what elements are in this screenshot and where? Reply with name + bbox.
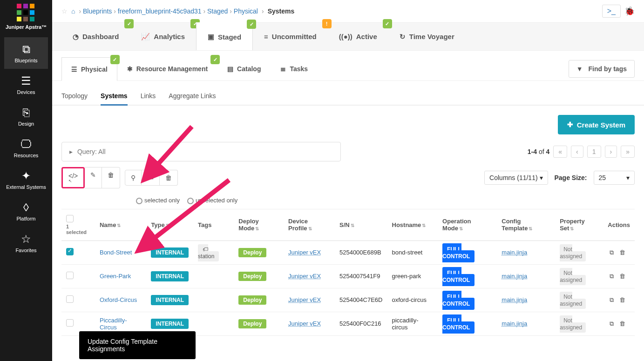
sidebar-item-blueprints[interactable]: ⧉Blueprints — [4, 37, 48, 69]
terminal-button[interactable]: >_ — [602, 5, 621, 18]
delete-row-button[interactable]: 🗑 — [617, 296, 627, 303]
tab-time-voyager[interactable]: ↻Time Voyager — [388, 23, 466, 50]
pagesize-selector[interactable]: 25 ▾ — [594, 171, 635, 185]
config-template-link[interactable]: main.jinja — [502, 320, 527, 327]
sort-icon[interactable]: ⇅ — [308, 226, 312, 231]
sidebar-item-design[interactable]: ⎘Design — [4, 100, 48, 132]
col-config-template[interactable]: Config Template⇅ — [497, 209, 555, 241]
nav-label: Devices — [17, 89, 35, 95]
tab-analytics[interactable]: ✓📈Analytics — [130, 23, 196, 50]
property-set-badge: Not assigned — [560, 292, 586, 309]
selected-count: 1 selected — [66, 224, 90, 235]
subtab-catalog[interactable]: ▤Catalog — [217, 57, 271, 80]
table-row: Green-ParkINTERNALDeployJuniper vEX52540… — [61, 264, 635, 288]
sidebar-item-external-systems[interactable]: ✦External Systems — [4, 164, 48, 195]
delete-button[interactable]: 🗑 — [102, 167, 120, 188]
edit-icon: ✎ — [90, 171, 96, 179]
sort-icon[interactable]: ⇅ — [459, 226, 463, 231]
content: ✚ Create System ▸ Query: All 1-4 of 4 « … — [52, 106, 644, 361]
create-system-button[interactable]: ✚ Create System — [558, 115, 635, 134]
pager-prev[interactable]: ‹ — [571, 146, 583, 158]
sort-icon[interactable]: ⇅ — [422, 223, 426, 228]
tertab-aggregate-links[interactable]: Aggregate Links — [169, 87, 216, 105]
assign-device-button[interactable]: ⚲ — [125, 170, 142, 186]
subtab-physical[interactable]: ✓☰Physical — [61, 57, 117, 81]
breadcrumb-link[interactable]: Staged — [207, 7, 228, 15]
columns-selector[interactable]: Columns (11/11) ▾ — [484, 171, 548, 185]
col-actions[interactable]: Actions — [603, 209, 635, 241]
plug-icon: ⚲ — [131, 174, 136, 181]
tab-dashboard[interactable]: ✓◔Dashboard — [61, 23, 130, 50]
delete-row-button[interactable]: 🗑 — [617, 320, 627, 327]
col-hostname[interactable]: Hostname⇅ — [387, 209, 438, 241]
clone-button[interactable]: ⧉ — [608, 296, 616, 303]
delete-row-button[interactable]: 🗑 — [617, 273, 627, 280]
sort-icon[interactable]: ⇅ — [117, 223, 121, 228]
find-by-tags-button[interactable]: ▼ Find by tags — [569, 60, 635, 78]
clone-button[interactable]: ⧉ — [608, 273, 616, 280]
query-expand[interactable]: ▸ Query: All — [61, 142, 341, 161]
edit-button[interactable]: ✎ — [85, 167, 102, 188]
opmode-badge: FULL CONTROL — [442, 314, 475, 334]
pagesize-label: Page Size: — [555, 174, 587, 181]
sidebar-item-devices[interactable]: ☰Devices — [4, 69, 48, 100]
subtab-tasks[interactable]: ≣Tasks — [271, 57, 318, 80]
home-icon[interactable]: ⌂ — [71, 7, 75, 15]
sort-icon[interactable]: ⇅ — [255, 226, 259, 231]
clone-button[interactable]: ⧉ — [608, 320, 616, 327]
tertab-systems[interactable]: Systems — [101, 87, 128, 106]
device-profile-link[interactable]: Juniper vEX — [288, 249, 321, 256]
tertiary-tabs: TopologySystemsLinksAggregate Links — [52, 81, 644, 106]
pager-cur[interactable]: 1 — [587, 146, 601, 158]
device-profile-link[interactable]: Juniper vEX — [288, 273, 321, 280]
bug-icon[interactable]: 🐞 — [624, 6, 635, 16]
config-template-link[interactable]: main.jinja — [502, 249, 527, 256]
pager-first[interactable]: « — [553, 146, 567, 158]
row-checkbox[interactable] — [66, 248, 74, 255]
tab-uncommitted[interactable]: !≡Uncommitted — [253, 23, 328, 50]
sub-tabs: ✓☰Physical✓✱Resource Management▤Catalog≣… — [52, 51, 644, 81]
sidebar-item-favorites[interactable]: ☆Favorites — [4, 227, 48, 259]
row-checkbox[interactable] — [66, 272, 74, 279]
delete-row-button[interactable]: 🗑 — [617, 249, 627, 256]
favorite-star-icon[interactable]: ☆ — [61, 7, 68, 15]
breadcrumb-link[interactable]: Blueprints — [83, 7, 112, 15]
breadcrumb: ☆ ⌂ › Blueprints › freeform_blueprint-45… — [52, 0, 644, 22]
row-checkbox[interactable] — [66, 319, 74, 327]
sort-icon[interactable]: ⇅ — [351, 223, 354, 228]
property-set-badge: Not assigned — [560, 268, 586, 285]
tertab-topology[interactable]: Topology — [61, 87, 88, 105]
col-s-n[interactable]: S/N⇅ — [335, 209, 387, 241]
system-name-link[interactable]: Piccadilly-Circus — [100, 317, 127, 331]
breadcrumb-link[interactable]: freeform_blueprint-45c9ad31 — [118, 7, 202, 15]
config-template-link[interactable]: main.jinja — [502, 296, 527, 303]
table-row: Oxford-CircusINTERNALDeployJuniper vEX52… — [61, 288, 635, 312]
col-operation-mode[interactable]: Operation Mode⇅ — [438, 209, 497, 241]
row-checkbox[interactable] — [66, 295, 74, 303]
device-profile-link[interactable]: Juniper vEX — [288, 320, 321, 327]
col-name[interactable]: Name⇅ — [95, 209, 146, 241]
tertab-links[interactable]: Links — [141, 87, 156, 105]
config-template-link[interactable]: main.jinja — [502, 273, 527, 280]
breadcrumb-link[interactable]: Physical — [234, 7, 258, 15]
sort-icon[interactable]: ⇅ — [570, 226, 574, 231]
pager-last[interactable]: » — [621, 146, 635, 158]
col-property-set[interactable]: Property Set⇅ — [555, 209, 603, 241]
update-config-template-button[interactable]: </> ↖ — [61, 167, 85, 188]
device-profile-link[interactable]: Juniper vEX — [288, 296, 321, 303]
system-name-link[interactable]: Green-Park — [100, 273, 131, 280]
sidebar-item-platform[interactable]: ◊Platform — [4, 195, 48, 227]
col-deploy-mode[interactable]: Deploy Mode⇅ — [234, 209, 284, 241]
subtab-resource-management[interactable]: ✓✱Resource Management — [117, 57, 217, 80]
system-name-link[interactable]: Bond-Street — [100, 249, 132, 256]
pager-next[interactable]: › — [605, 146, 617, 158]
select-all-checkbox[interactable] — [66, 215, 74, 222]
tab-active[interactable]: ✓((●))Active — [328, 23, 388, 50]
sidebar-item-resources[interactable]: 🖵Resources — [4, 132, 48, 164]
tab-label: Time Voyager — [409, 33, 454, 40]
clone-button[interactable]: ⧉ — [608, 249, 616, 256]
sort-icon[interactable]: ⇅ — [529, 226, 532, 231]
system-name-link[interactable]: Oxford-Circus — [100, 296, 137, 303]
col-device-profile[interactable]: Device Profile⇅ — [284, 209, 335, 241]
tab-staged[interactable]: ✓▣Staged — [196, 22, 253, 50]
